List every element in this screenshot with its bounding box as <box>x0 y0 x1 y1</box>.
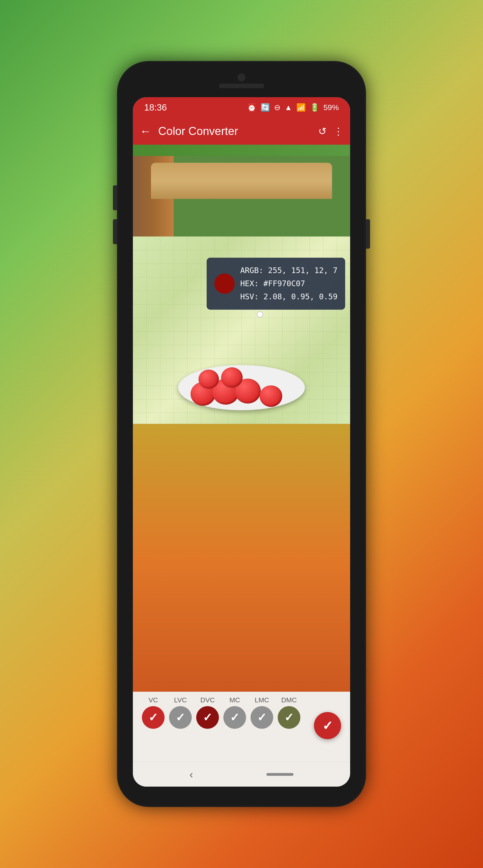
power-button[interactable] <box>366 219 370 249</box>
back-button[interactable]: ← <box>140 124 151 138</box>
status-bar: 18:36 ⏰ 🔄 ⊖ ▲ 📶 🔋 59% <box>133 97 350 118</box>
toggle-lmc-button[interactable]: ✓ <box>251 706 273 729</box>
battery-icon: 🔋 <box>310 103 319 112</box>
toggle-mc: MC ✓ <box>223 696 246 729</box>
wifi-icon: ▲ <box>284 103 292 112</box>
color-swatch <box>214 274 235 294</box>
image-section[interactable]: ARGB: 255, 151, 12, 7 HEX: #FF970C07 HSV… <box>133 156 350 424</box>
toggle-lmc-label: LMC <box>255 696 269 704</box>
nav-home-indicator[interactable] <box>266 773 293 776</box>
hex-value: HEX: #FF970C07 <box>240 277 338 290</box>
toggle-dmc: DMC ✓ <box>278 696 300 729</box>
popup-color-info: ARGB: 255, 151, 12, 7 HEX: #FF970C07 HSV… <box>240 264 338 303</box>
toggle-dvc: DVC ✓ <box>196 696 219 729</box>
toggle-dvc-check: ✓ <box>203 711 212 724</box>
battery-percent: 59% <box>323 103 339 112</box>
more-button[interactable]: ⋮ <box>333 125 343 137</box>
signal-icon: 📶 <box>296 103 306 112</box>
hsv-value: HSV: 2.08, 0.95, 0.59 <box>240 290 338 303</box>
toggle-lmc: LMC ✓ <box>251 696 273 729</box>
fab-confirm-button[interactable]: ✓ <box>314 712 341 739</box>
food-photo: ARGB: 255, 151, 12, 7 HEX: #FF970C07 HSV… <box>133 156 350 424</box>
toggle-dmc-label: DMC <box>281 696 297 704</box>
tomato-5 <box>199 370 219 389</box>
toggle-dvc-label: DVC <box>200 696 215 704</box>
app-title: Color Converter <box>158 125 311 138</box>
toggle-lvc-label: LVC <box>174 696 187 704</box>
toggle-dmc-button[interactable]: ✓ <box>278 706 300 729</box>
toggle-mc-check: ✓ <box>230 711 239 724</box>
bottom-color-area <box>133 424 350 692</box>
toggle-lvc: LVC ✓ <box>169 696 192 729</box>
toggle-mc-button[interactable]: ✓ <box>223 706 246 729</box>
tomato-4 <box>260 385 282 407</box>
fab-check-icon: ✓ <box>322 718 333 733</box>
sandwich-bread <box>151 163 332 199</box>
alarm-icon: ⏰ <box>247 103 256 112</box>
toggle-vc: VC ✓ <box>142 696 165 729</box>
toggle-vc-check: ✓ <box>148 711 158 724</box>
refresh-icon: 🔄 <box>260 103 270 112</box>
volume-down-button[interactable] <box>113 219 117 244</box>
volume-up-button[interactable] <box>113 185 117 210</box>
refresh-button[interactable]: ↺ <box>318 125 326 137</box>
toggle-vc-label: VC <box>148 696 158 704</box>
app-bar-actions: ↺ ⋮ <box>318 125 343 137</box>
color-info-popup: ARGB: 255, 151, 12, 7 HEX: #FF970C07 HSV… <box>207 258 345 309</box>
minus-circle-icon: ⊖ <box>274 103 280 112</box>
phone-screen: 18:36 ⏰ 🔄 ⊖ ▲ 📶 🔋 59% ← Color Converter … <box>133 97 350 786</box>
phone-speaker <box>219 84 264 88</box>
toggle-dmc-check: ✓ <box>284 711 294 724</box>
toggle-mc-label: MC <box>229 696 240 704</box>
toggle-dvc-button[interactable]: ✓ <box>196 706 219 729</box>
toggle-row: VC ✓ LVC ✓ DVC ✓ <box>133 692 350 729</box>
app-bar: ← Color Converter ↺ ⋮ <box>133 118 350 145</box>
bottom-panel: VC ✓ LVC ✓ DVC ✓ <box>133 692 350 762</box>
status-icons: ⏰ 🔄 ⊖ ▲ 📶 🔋 59% <box>247 103 339 112</box>
phone-device: 18:36 ⏰ 🔄 ⊖ ▲ 📶 🔋 59% ← Color Converter … <box>117 61 366 807</box>
nav-back-button[interactable]: ‹ <box>190 768 193 780</box>
status-time: 18:36 <box>144 102 167 113</box>
green-band <box>133 145 350 156</box>
tomato-6 <box>221 367 243 388</box>
argb-value: ARGB: 255, 151, 12, 7 <box>240 264 338 277</box>
toggle-lmc-check: ✓ <box>257 711 266 724</box>
toggle-lvc-button[interactable]: ✓ <box>169 706 192 729</box>
toggle-lvc-check: ✓ <box>176 711 185 724</box>
nav-bar: ‹ <box>133 762 350 786</box>
toggle-vc-button[interactable]: ✓ <box>142 706 165 729</box>
phone-camera <box>238 73 246 81</box>
